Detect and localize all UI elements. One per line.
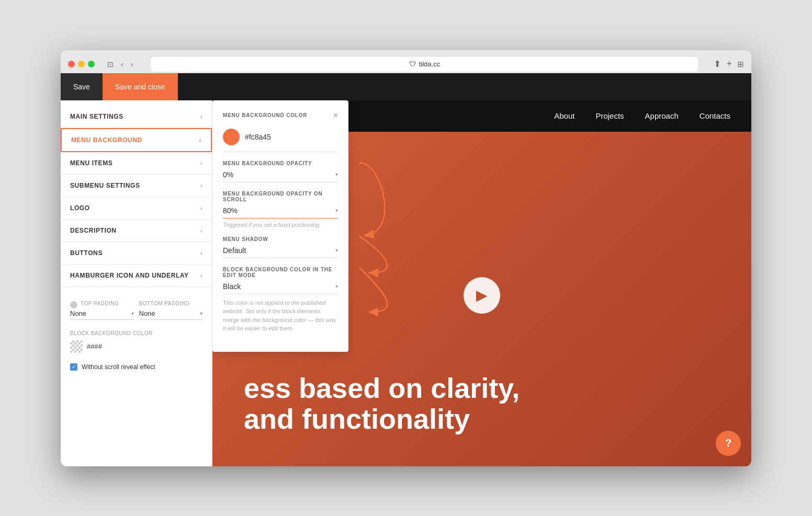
- sidebar-label-logo: LOGO: [70, 204, 90, 212]
- block-bg-note: This color is not applied to the publish…: [223, 299, 338, 333]
- nav-about[interactable]: About: [554, 111, 574, 120]
- back-button[interactable]: ‹: [119, 59, 126, 70]
- browser-actions: ⬆ + ⊞: [714, 59, 744, 70]
- top-padding-arrow-icon: ▾: [131, 311, 134, 316]
- main-layout: MAIN SETTINGS › MENU BACKGROUND ‹ MENU I…: [61, 100, 751, 466]
- chevron-right-icon-4: ›: [200, 205, 202, 211]
- bottom-padding-value: None: [139, 309, 198, 317]
- bottom-padding-arrow-icon: ▾: [200, 311, 202, 316]
- sidebar-label-buttons: BUTTONS: [70, 249, 103, 257]
- share-icon[interactable]: ⬆: [714, 59, 721, 70]
- browser-window: ⊡ ‹ › 🛡 tilda.cc ⬆ + ⊞ Save Save and clo…: [61, 50, 751, 466]
- opacity-dropdown-icon: ▾: [335, 171, 338, 177]
- chevron-right-icon-3: ›: [200, 182, 202, 189]
- sidebar-item-main-settings[interactable]: MAIN SETTINGS ›: [61, 106, 212, 128]
- opacity-scroll-dropdown-icon: ▾: [335, 208, 338, 213]
- chevron-right-icon-6: ›: [200, 250, 202, 256]
- play-button[interactable]: ▶: [464, 277, 500, 314]
- browser-controls: ⊡ ‹ ›: [105, 59, 135, 70]
- opacity-group: MENU BACKGROUND OPACITY 0% ▾: [223, 160, 338, 182]
- chevron-right-icon-7: ›: [200, 272, 202, 279]
- color-swatch[interactable]: [223, 129, 240, 145]
- top-padding-value: None: [70, 309, 129, 317]
- save-button[interactable]: Save: [61, 73, 103, 100]
- sidebar-label-main-settings: MAIN SETTINGS: [70, 113, 123, 120]
- shadow-value: Default: [223, 246, 335, 255]
- block-bg-color-value: ####: [87, 342, 102, 350]
- shield-icon: 🛡: [409, 60, 416, 68]
- sidebar-label-menu-items: MENU ITEMS: [70, 159, 112, 167]
- panel-close-button[interactable]: ×: [333, 111, 338, 120]
- top-padding-label: TOP PADDING: [81, 301, 119, 306]
- opacity-scroll-hint: Triggered if you set a fixed positioning: [223, 222, 338, 228]
- sidebar-item-submenu-settings[interactable]: SUBMENU SETTINGS ›: [61, 175, 212, 197]
- sidebar-toggle-button[interactable]: ⊡: [105, 59, 116, 70]
- nav-contacts[interactable]: Contacts: [700, 111, 730, 120]
- sidebar-item-logo[interactable]: LOGO ›: [61, 197, 212, 220]
- sidebar-label-hamburger: HAMBURGER ICON AND UNDERLAY: [70, 272, 189, 279]
- chevron-right-icon-2: ›: [200, 160, 202, 166]
- hero-heading: ess based on clarity,and functionality: [244, 373, 720, 435]
- block-bg-label: BLOCK BACKGROUND COLOR: [70, 330, 202, 336]
- block-bg-edit-select[interactable]: Black ▾: [223, 282, 338, 294]
- padding-circle-icon: [70, 301, 77, 308]
- shadow-select[interactable]: Default ▾: [223, 246, 338, 258]
- opacity-value: 0%: [223, 170, 335, 179]
- forward-button[interactable]: ›: [129, 59, 136, 70]
- sidebar-label-menu-background: MENU BACKGROUND: [71, 136, 142, 144]
- sidebar-item-buttons[interactable]: BUTTONS ›: [61, 242, 212, 265]
- padding-row: TOP PADDING None ▾ BOTTOM PADDING None ▾: [61, 295, 212, 325]
- block-bg-dropdown-icon: ▾: [335, 283, 338, 289]
- chevron-right-icon: ›: [200, 113, 202, 120]
- block-bg-edit-value: Black: [223, 282, 335, 291]
- opacity-scroll-value: 80%: [223, 207, 335, 215]
- color-field: #fc8a45: [223, 129, 338, 152]
- checkmark-icon: ✓: [72, 364, 76, 370]
- address-bar[interactable]: 🛡 tilda.cc: [151, 57, 698, 72]
- browser-chrome: ⊡ ‹ › 🛡 tilda.cc ⬆ + ⊞: [61, 50, 751, 73]
- opacity-label: MENU BACKGROUND OPACITY: [223, 160, 338, 166]
- scroll-effect-row: ✓ Without scroll reveal effect: [61, 358, 212, 379]
- opacity-select[interactable]: 0% ▾: [223, 170, 338, 182]
- traffic-light-yellow[interactable]: [78, 61, 85, 67]
- url-text: tilda.cc: [419, 60, 440, 68]
- block-bg-section: BLOCK BACKGROUND COLOR ####: [61, 325, 212, 358]
- chevron-right-icon-5: ›: [200, 227, 202, 234]
- save-close-button[interactable]: Save and close: [103, 73, 178, 100]
- bottom-padding-select[interactable]: None ▾: [139, 309, 203, 320]
- opacity-scroll-group: MENU BACKGROUND OPACITY ON SCROLL 80% ▾ …: [223, 191, 338, 228]
- hero-text: ess based on clarity,and functionality: [244, 373, 720, 435]
- block-bg-edit-group: BLOCK BACKGROUND COLOR IN THE EDIT MODE …: [223, 267, 338, 333]
- shadow-group: MENU SHADOW Default ▾: [223, 236, 338, 258]
- opacity-scroll-label: MENU BACKGROUND OPACITY ON SCROLL: [223, 191, 338, 202]
- new-tab-icon[interactable]: +: [726, 59, 732, 70]
- bottom-padding-label: BOTTOM PADDING: [139, 301, 203, 306]
- sidebar-item-menu-background[interactable]: MENU BACKGROUND ‹: [61, 128, 212, 152]
- help-button[interactable]: ?: [716, 431, 741, 456]
- chevron-left-icon: ‹: [199, 137, 201, 143]
- traffic-light-green[interactable]: [88, 61, 95, 67]
- sidebar-item-description[interactable]: DESCRIPTION ›: [61, 220, 212, 242]
- traffic-light-red[interactable]: [68, 61, 75, 67]
- shadow-label: MENU SHADOW: [223, 236, 338, 242]
- shadow-dropdown-icon: ▾: [335, 247, 338, 253]
- sidebar-item-menu-items[interactable]: MENU ITEMS ›: [61, 152, 212, 175]
- top-padding-group: TOP PADDING None ▾: [70, 301, 134, 320]
- panel-header: MENU BACKGROUND COLOR ×: [223, 111, 338, 120]
- sidebar-item-hamburger[interactable]: HAMBURGER ICON AND UNDERLAY ›: [61, 265, 212, 287]
- scroll-reveal-checkbox[interactable]: ✓: [70, 363, 77, 371]
- content-area: About Projects Approach Contacts ▶ ess b…: [212, 100, 751, 466]
- sidebar-label-submenu-settings: SUBMENU SETTINGS: [70, 182, 140, 189]
- panel-title: MENU BACKGROUND COLOR: [223, 112, 307, 118]
- color-hex-value[interactable]: #fc8a45: [245, 133, 271, 141]
- nav-projects[interactable]: Projects: [595, 111, 624, 120]
- traffic-lights: [68, 61, 95, 67]
- block-bg-edit-label: BLOCK BACKGROUND COLOR IN THE EDIT MODE: [223, 267, 338, 278]
- grid-icon[interactable]: ⊞: [737, 60, 744, 69]
- bottom-padding-group: BOTTOM PADDING None ▾: [139, 301, 203, 320]
- settings-sidebar: MAIN SETTINGS › MENU BACKGROUND ‹ MENU I…: [61, 100, 212, 466]
- top-padding-select[interactable]: None ▾: [70, 309, 134, 320]
- nav-approach[interactable]: Approach: [645, 111, 679, 120]
- opacity-scroll-select[interactable]: 80% ▾: [223, 207, 338, 219]
- block-bg-color[interactable]: ####: [70, 340, 202, 353]
